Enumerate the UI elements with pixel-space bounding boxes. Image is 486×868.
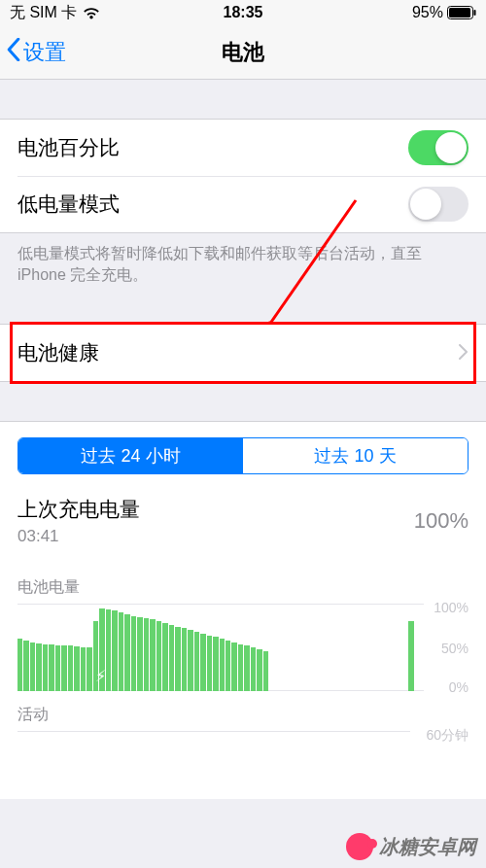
seg-last-24h[interactable]: 过去 24 小时 — [18, 438, 243, 473]
page-title: 电池 — [222, 38, 264, 67]
cell-label: 电池健康 — [17, 339, 99, 366]
group-battery-settings: 电池百分比 低电量模式 — [0, 119, 486, 233]
ylabel-50: 50% — [441, 641, 469, 656]
cell-battery-health[interactable]: 电池健康 — [0, 325, 486, 381]
low-power-footer: 低电量模式将暂时降低如下载和邮件获取等后台活动，直至 iPhone 完全充电。 — [0, 233, 486, 285]
seg-label: 过去 10 天 — [314, 444, 396, 468]
status-right: 95% — [412, 4, 476, 21]
chart-bars — [17, 604, 420, 691]
last-charge-title: 上次充电电量 — [17, 496, 140, 523]
battery-icon — [447, 6, 476, 19]
watermark: 冰糖安卓网 — [346, 833, 476, 860]
ylabel-60m: 60分钟 — [426, 727, 469, 745]
seg-label: 过去 24 小时 — [81, 444, 180, 468]
chart-title-battery: 电池电量 — [17, 564, 469, 598]
switch-battery-percentage[interactable] — [408, 130, 469, 165]
cell-label: 电池百分比 — [17, 134, 120, 161]
ylabel-100: 100% — [434, 600, 469, 615]
chart-battery-level: 100% 50% 0% ⚡︎ — [17, 604, 469, 691]
segmented-control[interactable]: 过去 24 小时 过去 10 天 — [17, 437, 469, 474]
svg-rect-1 — [449, 8, 470, 17]
watermark-text: 冰糖安卓网 — [379, 834, 476, 860]
switch-low-power-mode[interactable] — [408, 187, 469, 222]
chevron-left-icon — [6, 38, 21, 67]
charging-bolt-icon: ⚡︎ — [95, 667, 106, 685]
cell-battery-percentage[interactable]: 电池百分比 — [0, 120, 486, 176]
wifi-icon — [83, 7, 100, 19]
back-label: 设置 — [23, 38, 66, 67]
ylabel-0: 0% — [449, 679, 469, 695]
last-charge-row: 上次充电电量 03:41 100% — [17, 490, 469, 564]
seg-last-10d[interactable]: 过去 10 天 — [243, 438, 468, 473]
svg-rect-2 — [474, 10, 476, 16]
last-charge-time: 03:41 — [17, 527, 140, 546]
cell-label: 低电量模式 — [17, 191, 120, 218]
highlight-battery-health: 电池健康 — [0, 324, 486, 382]
chevron-right-icon — [459, 341, 469, 365]
chart-activity: 60分钟 — [17, 731, 469, 780]
back-button[interactable]: 设置 — [6, 38, 66, 67]
battery-percent-text: 95% — [412, 4, 443, 21]
watermark-icon — [346, 833, 373, 860]
group-battery-health: 电池健康 — [0, 324, 486, 382]
status-time: 18:35 — [224, 4, 263, 21]
chart-title-activity: 活动 — [17, 691, 469, 725]
status-left: 无 SIM 卡 — [10, 3, 100, 23]
nav-bar: 设置 电池 — [0, 25, 486, 80]
carrier-text: 无 SIM 卡 — [10, 3, 77, 23]
last-charge-value: 100% — [414, 508, 469, 534]
status-bar: 无 SIM 卡 18:35 95% — [0, 0, 486, 25]
section-usage: 过去 24 小时 过去 10 天 上次充电电量 03:41 100% 电池电量 … — [0, 421, 486, 799]
cell-low-power-mode[interactable]: 低电量模式 — [0, 176, 486, 232]
